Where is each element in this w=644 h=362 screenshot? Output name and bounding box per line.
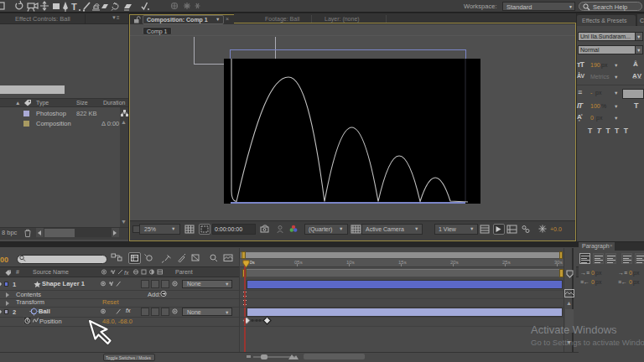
svg-text:T: T xyxy=(71,2,77,12)
svg-text:fx: fx xyxy=(124,270,129,276)
